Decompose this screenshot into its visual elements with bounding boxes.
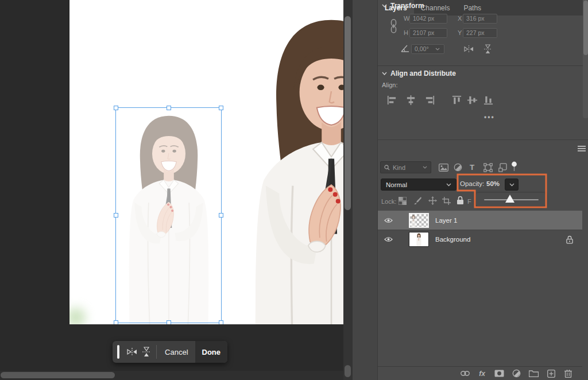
layer-name[interactable]: Background xyxy=(435,236,566,243)
chevron-down-icon xyxy=(382,72,387,75)
align-right-edges-icon[interactable] xyxy=(424,95,435,106)
align-top-edges-icon[interactable] xyxy=(451,95,462,106)
align-section-title: Align and Distribute xyxy=(390,69,456,77)
lock-pixels-brush-icon[interactable] xyxy=(413,196,422,205)
fx-icon: fx xyxy=(479,370,485,378)
transform-handle-top-center[interactable] xyxy=(167,106,171,110)
layer1-thumbnail[interactable] xyxy=(409,213,429,228)
photoshop-window: Cancel Done Transform W 1042 px X 316 px… xyxy=(0,0,588,380)
transform-handle-middle-left[interactable] xyxy=(114,213,118,218)
y-field[interactable]: 227 px xyxy=(463,28,497,38)
flip-vertical-icon xyxy=(142,347,151,357)
transform-handle-top-left[interactable] xyxy=(114,106,118,110)
background-thumbnail[interactable] xyxy=(409,232,429,247)
link-layers-button[interactable] xyxy=(460,369,470,378)
height-field[interactable]: 2107 px xyxy=(409,28,447,38)
chevron-down-icon xyxy=(509,183,514,187)
adjustment-layer-icon xyxy=(512,369,521,378)
align-vertical-centers-icon[interactable] xyxy=(467,95,478,106)
bar-drag-handle[interactable] xyxy=(117,345,119,359)
layer-styles-button[interactable]: fx xyxy=(477,369,487,378)
filter-shape-layers-icon[interactable] xyxy=(483,163,493,172)
document-canvas[interactable] xyxy=(69,0,343,324)
layer-row-layer1[interactable]: Layer 1 xyxy=(378,211,582,230)
width-field[interactable]: 1042 px xyxy=(409,14,447,24)
opacity-dropdown-button[interactable] xyxy=(505,179,519,191)
delete-layer-button[interactable] xyxy=(563,369,573,378)
flip-horizontal-button[interactable] xyxy=(125,341,140,363)
x-label: X xyxy=(458,15,462,22)
x-field[interactable]: 316 px xyxy=(463,14,497,24)
layer-locked-icon[interactable] xyxy=(566,235,573,244)
lock-position-icon[interactable] xyxy=(428,196,437,205)
lock-label: Lock: xyxy=(381,198,396,205)
align-bottom-edges-icon[interactable] xyxy=(483,95,494,106)
layer1-thumbnail-image xyxy=(411,215,416,227)
flip-vertical-button[interactable] xyxy=(140,341,154,363)
flip-vertical-panel-icon[interactable] xyxy=(483,44,492,54)
align-more-options-button[interactable]: ••• xyxy=(484,113,495,121)
fill-label-partial: F xyxy=(467,198,471,205)
add-layer-mask-button[interactable] xyxy=(494,369,504,378)
filter-kind-dropdown[interactable]: Kind xyxy=(380,161,431,173)
transform-handle-bottom-center[interactable] xyxy=(167,320,171,324)
filter-toggle-icon[interactable] xyxy=(511,161,517,172)
done-button[interactable]: Done xyxy=(195,341,228,363)
blend-mode-dropdown[interactable]: Normal xyxy=(381,179,457,191)
panel-menu-icon[interactable] xyxy=(578,146,586,152)
filter-type-layers-icon[interactable]: T xyxy=(470,163,474,172)
folder-icon xyxy=(529,370,539,377)
lock-artboard-icon[interactable] xyxy=(442,197,451,205)
opacity-slider-thumb[interactable] xyxy=(505,195,514,203)
lock-all-icon[interactable] xyxy=(457,196,464,205)
horizontal-scrollbar-thumb[interactable] xyxy=(1,372,115,378)
filter-smart-objects-icon[interactable] xyxy=(498,163,507,172)
cancel-button[interactable]: Cancel xyxy=(159,341,194,363)
transform-handle-top-right[interactable] xyxy=(219,106,223,110)
background-layer-photo xyxy=(235,10,343,324)
transform-section-header[interactable]: Transform xyxy=(382,2,424,10)
right-panel: Transform W 1042 px X 316 px H 2107 px Y… xyxy=(377,0,588,380)
angle-chevron-icon[interactable] xyxy=(435,48,440,51)
align-left-edges-icon[interactable] xyxy=(386,95,397,106)
transform-handle-bottom-left[interactable] xyxy=(114,320,118,324)
transform-handle-middle-right[interactable] xyxy=(219,213,223,218)
layer-row-background[interactable]: Background xyxy=(378,230,582,249)
tab-paths[interactable]: Paths xyxy=(457,0,488,15)
transform-options-bar: Cancel Done xyxy=(113,341,227,363)
search-icon xyxy=(384,165,390,170)
vertical-scrollbar-thumb[interactable] xyxy=(345,16,351,210)
transform-bounding-box[interactable] xyxy=(115,107,222,323)
blend-mode-value: Normal xyxy=(386,181,446,188)
filter-pixel-layers-icon[interactable] xyxy=(439,164,448,172)
align-label: Align: xyxy=(382,82,398,88)
vertical-scrollbar-thumb-lower[interactable] xyxy=(345,365,351,377)
visibility-toggle[interactable] xyxy=(383,211,393,230)
filter-adjustment-layers-icon[interactable] xyxy=(454,163,462,172)
chevron-down-icon xyxy=(446,183,451,187)
new-group-button[interactable] xyxy=(529,369,539,378)
panel-scrollbar-thumb[interactable] xyxy=(583,1,588,55)
plus-square-icon xyxy=(547,370,555,378)
canvas-vertical-scrollbar[interactable] xyxy=(343,0,353,380)
new-adjustment-layer-button[interactable] xyxy=(512,369,521,378)
new-layer-button[interactable] xyxy=(546,369,556,378)
canvas-photo-artifact xyxy=(69,308,86,324)
lock-transparency-icon[interactable] xyxy=(399,197,407,205)
transform-handle-bottom-right[interactable] xyxy=(219,320,223,324)
link-dimensions-icon[interactable] xyxy=(390,19,397,33)
align-horizontal-centers-icon[interactable] xyxy=(405,95,416,106)
opacity-value[interactable]: 50% xyxy=(486,180,500,187)
rotate-angle-icon xyxy=(401,45,409,52)
align-section-header[interactable]: Align and Distribute xyxy=(382,69,456,77)
layers-bottom-toolbar: fx xyxy=(378,366,582,380)
eye-icon xyxy=(384,236,393,242)
visibility-toggle[interactable] xyxy=(383,230,393,249)
flip-horizontal-panel-icon[interactable] xyxy=(464,45,474,53)
canvas-horizontal-scrollbar[interactable] xyxy=(0,371,343,380)
opacity-slider-popup xyxy=(476,193,546,206)
trash-icon xyxy=(564,369,572,378)
layer-name[interactable]: Layer 1 xyxy=(435,217,582,224)
layer-mask-icon xyxy=(494,370,504,377)
bar-divider xyxy=(156,345,157,359)
